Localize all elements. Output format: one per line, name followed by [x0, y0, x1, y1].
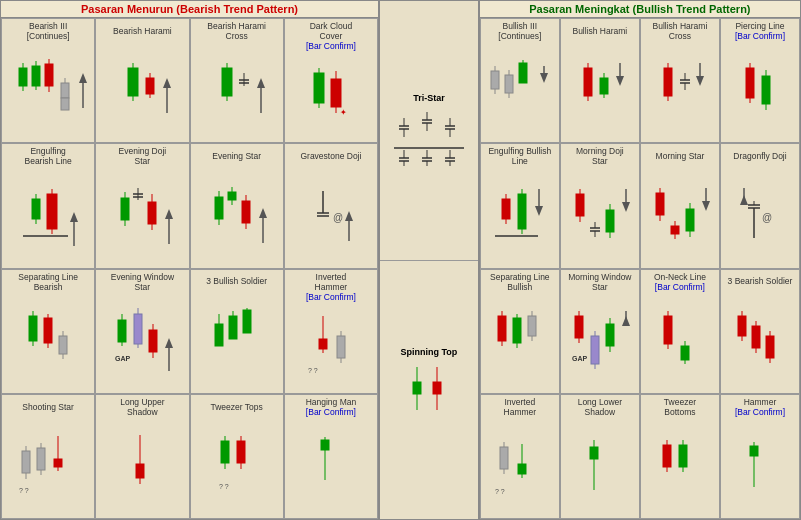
3-bearish-soldier-label: 3 Bearish Soldier — [728, 272, 793, 292]
svg-marker-210 — [535, 206, 543, 216]
separating-bearish-label: Separating LineBearish — [18, 272, 78, 292]
piercing-line-label: Piercing Line [Bar Confirm] — [735, 21, 785, 41]
svg-marker-59 — [165, 209, 173, 219]
bearish-harami-cross-label: Bearish HaramiCross — [207, 21, 266, 41]
svg-rect-198 — [746, 68, 754, 98]
svg-rect-132 — [237, 441, 245, 463]
svg-rect-57 — [148, 202, 156, 224]
engulfing-bearish-candle — [4, 167, 92, 266]
hanging-man-cell: Hanging Man [Bar Confirm] — [284, 394, 378, 519]
hanging-man-label: Hanging Man [Bar Confirm] — [306, 397, 357, 417]
bearish-harami-candle — [98, 41, 186, 140]
long-upper-shadow-cell: Long UpperShadow — [95, 394, 189, 519]
bullish-3-continues-cell: Bullish III[Continues] — [480, 18, 560, 143]
svg-rect-129 — [221, 441, 229, 463]
long-upper-shadow-label: Long UpperShadow — [120, 397, 164, 417]
svg-rect-228 — [671, 226, 679, 234]
svg-marker-70 — [259, 208, 267, 218]
tweezer-bottoms-label: TweezerBottoms — [664, 397, 696, 417]
engulfing-bullish-candle — [483, 167, 557, 266]
bullish-harami-cross-candle — [643, 41, 717, 140]
bullish-harami-label: Bullish Harami — [572, 21, 627, 41]
svg-marker-195 — [696, 76, 704, 86]
morning-star-candle — [643, 166, 717, 265]
bullish-harami-cross-label: Bullish HaramiCross — [653, 21, 708, 41]
bearish-3-continues-candle — [4, 41, 92, 140]
svg-marker-47 — [70, 212, 78, 222]
svg-rect-181 — [584, 68, 592, 96]
svg-rect-65 — [228, 192, 236, 200]
main-container: Pasaran Menurun (Bearish Trend Pattern) … — [0, 0, 801, 520]
svg-rect-122 — [54, 459, 62, 467]
svg-rect-295 — [750, 446, 758, 456]
separating-bearish-candle — [4, 292, 92, 391]
tweezer-bottoms-candle — [643, 417, 717, 516]
dark-cloud-cover-candle: ✦ — [287, 52, 375, 141]
tweezer-tops-cell: Tweezer Tops ? ? — [190, 394, 284, 519]
evening-star-candle — [193, 166, 281, 265]
svg-text:@: @ — [333, 212, 343, 223]
svg-text:? ?: ? ? — [308, 367, 318, 374]
evening-doji-cell: Evening DojiStar — [95, 143, 189, 268]
svg-rect-184 — [600, 78, 608, 94]
hammer-label: Hammer [Bar Confirm] — [735, 397, 785, 417]
svg-rect-4 — [32, 66, 40, 86]
svg-text:? ?: ? ? — [19, 487, 29, 494]
bearish-harami-cross-cell: Bearish HaramiCross — [190, 18, 284, 143]
separating-bullish-label: Separating LineBullish — [490, 272, 550, 292]
bearish-header: Pasaran Menurun (Bearish Trend Pattern) — [1, 1, 378, 18]
long-lower-shadow-label: Long LowerShadow — [578, 397, 622, 417]
bullish-3-continues-candle — [483, 41, 557, 140]
evening-star-cell: Evening Star — [190, 143, 284, 268]
svg-rect-264 — [664, 316, 672, 344]
hammer-cell: Hammer [Bar Confirm] — [720, 394, 800, 519]
svg-rect-220 — [606, 210, 614, 232]
morning-window-label: Morning WindowStar — [568, 272, 631, 292]
inverted-hammer-bearish-label: InvertedHammer [Bar Confirm] — [306, 272, 356, 303]
svg-rect-289 — [663, 445, 671, 467]
gravestone-doji-candle: @ — [287, 166, 375, 265]
svg-rect-116 — [22, 451, 30, 473]
svg-rect-88 — [118, 320, 126, 342]
svg-rect-112 — [337, 336, 345, 358]
inverted-hammer-bearish-candle: ? ? — [287, 302, 375, 391]
svg-rect-225 — [656, 193, 664, 215]
svg-rect-126 — [136, 464, 144, 478]
svg-rect-270 — [738, 316, 746, 336]
svg-marker-222 — [622, 202, 630, 212]
svg-rect-201 — [762, 76, 770, 104]
svg-rect-252 — [575, 316, 583, 338]
piercing-line-candle — [723, 41, 797, 140]
3-bullish-soldier-cell: 3 Bullish Soldier — [190, 269, 284, 394]
long-lower-shadow-candle — [563, 417, 637, 516]
dragonfly-doji-candle: @ — [723, 166, 797, 265]
inverted-hammer-bullish-candle: ? ? — [483, 417, 557, 516]
engulfing-bullish-label: Engulfing BullishLine — [488, 146, 551, 166]
separating-bullish-cell: Separating LineBullish — [480, 269, 560, 394]
svg-rect-20 — [146, 78, 154, 94]
bullish-harami-cell: Bullish Harami — [560, 18, 640, 143]
evening-window-candle: GAP — [98, 292, 186, 391]
svg-rect-79 — [29, 316, 37, 341]
svg-rect-13 — [61, 98, 69, 110]
svg-rect-10 — [61, 83, 69, 98]
svg-marker-178 — [540, 73, 548, 83]
svg-marker-22 — [163, 78, 171, 88]
3-bullish-soldier-candle — [193, 292, 281, 391]
svg-rect-106 — [243, 310, 251, 333]
svg-rect-292 — [679, 445, 687, 467]
svg-rect-68 — [242, 201, 250, 223]
svg-rect-119 — [37, 448, 45, 470]
bearish-harami-cross-candle — [193, 41, 281, 140]
morning-doji-candle — [563, 167, 637, 266]
svg-rect-213 — [576, 194, 584, 216]
svg-rect-37 — [331, 79, 341, 107]
svg-rect-109 — [319, 339, 327, 349]
svg-rect-279 — [500, 447, 508, 469]
svg-rect-7 — [45, 64, 53, 86]
svg-rect-25 — [222, 68, 232, 96]
morning-window-candle: GAP — [563, 292, 637, 391]
svg-rect-1 — [19, 68, 27, 86]
svg-text:✦: ✦ — [340, 108, 347, 117]
evening-doji-label: Evening DojiStar — [119, 146, 167, 166]
